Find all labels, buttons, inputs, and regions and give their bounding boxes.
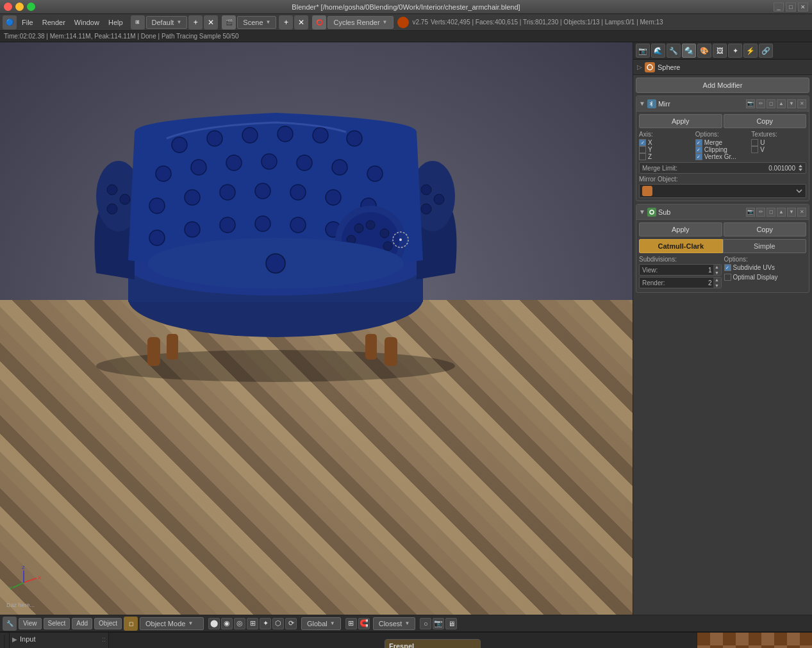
close-button[interactable] bbox=[4, 3, 12, 11]
plus-icon-layout[interactable]: + bbox=[188, 15, 203, 29]
vp-icon-3[interactable]: ◎ bbox=[234, 618, 245, 629]
v-checkbox[interactable] bbox=[751, 146, 758, 153]
constraint-prop-icon[interactable]: 🔗 bbox=[759, 44, 773, 58]
particle-prop-icon[interactable]: ✦ bbox=[728, 44, 742, 58]
render-stepper[interactable]: Render: 2 ▲ ▼ bbox=[639, 277, 722, 288]
minus-scene[interactable]: ✕ bbox=[294, 15, 308, 29]
svg-point-14 bbox=[434, 194, 444, 204]
render-arrows[interactable]: ▲ ▼ bbox=[713, 277, 721, 288]
simple-tab[interactable]: Simple bbox=[723, 239, 807, 253]
render-down[interactable]: ▼ bbox=[713, 283, 721, 288]
y-checkbox[interactable] bbox=[639, 146, 646, 153]
subdiv-render-btn[interactable]: 📷 bbox=[746, 208, 755, 217]
menu-render[interactable]: Render bbox=[38, 17, 69, 28]
subdiv-copy-button[interactable]: Copy bbox=[724, 222, 807, 237]
view-menu[interactable]: View bbox=[19, 618, 42, 629]
vp-icon-4[interactable]: ⊞ bbox=[247, 618, 258, 629]
cube-icon[interactable]: ◻ bbox=[124, 617, 138, 631]
object-prop-icon[interactable]: 🔧 bbox=[667, 44, 681, 58]
subdiv-collapse[interactable]: ▼ bbox=[639, 208, 645, 215]
minimize-button[interactable] bbox=[15, 3, 24, 11]
scene-prop-icon[interactable]: 📷 bbox=[636, 44, 650, 58]
add-modifier-button[interactable]: Add Modifier bbox=[636, 78, 809, 93]
select-menu[interactable]: Select bbox=[44, 618, 70, 629]
svg-point-11 bbox=[107, 204, 117, 214]
x-checkbox[interactable] bbox=[639, 139, 646, 146]
catmull-clark-tab[interactable]: Catmull-Clark bbox=[639, 239, 723, 253]
z-checkbox[interactable] bbox=[639, 153, 646, 160]
view-arrows[interactable]: ▲ ▼ bbox=[713, 264, 721, 276]
texture-prop-icon[interactable]: 🖼 bbox=[713, 44, 727, 58]
subdiv-edit-btn[interactable]: ✏ bbox=[756, 208, 765, 217]
material-prop-icon[interactable]: 🎨 bbox=[697, 44, 711, 58]
vp-icon-2[interactable]: ◉ bbox=[221, 618, 233, 629]
vp-icon-6[interactable]: ⬡ bbox=[272, 618, 284, 629]
win-btn-3[interactable]: ✕ bbox=[798, 3, 808, 12]
vp-camera-icon[interactable]: 📷 bbox=[433, 618, 444, 629]
mirror-apply-button[interactable]: Apply bbox=[639, 114, 722, 128]
add-menu[interactable]: Add bbox=[72, 618, 92, 629]
node-item-texture-coord[interactable]: Texture Coordinate bbox=[12, 645, 106, 648]
view-down[interactable]: ▼ bbox=[713, 270, 721, 276]
vp-snap-icon[interactable]: 🧲 bbox=[358, 618, 370, 629]
scene-icon[interactable]: 🎬 bbox=[222, 15, 236, 29]
vp-prop-icon[interactable]: ○ bbox=[420, 618, 431, 629]
menu-window[interactable]: Window bbox=[70, 17, 103, 28]
modifier-prop-icon[interactable]: 🔩 bbox=[682, 44, 696, 58]
merge-checkbox[interactable] bbox=[695, 139, 702, 146]
object-menu[interactable]: Object bbox=[94, 618, 122, 629]
win-btn-2[interactable]: □ bbox=[786, 3, 796, 12]
maximize-button[interactable] bbox=[27, 3, 35, 11]
plus-scene[interactable]: + bbox=[279, 15, 293, 29]
physics-prop-icon[interactable]: ⚡ bbox=[743, 44, 758, 58]
subdiv-up-btn[interactable]: ▲ bbox=[777, 208, 786, 217]
render-prop-icon[interactable]: 🌊 bbox=[651, 44, 665, 58]
scene-dropdown[interactable]: Scene ▼ bbox=[237, 16, 276, 29]
mirror-up-btn[interactable]: ▲ bbox=[777, 99, 786, 108]
render-up[interactable]: ▲ bbox=[713, 277, 721, 283]
vertex-gr-checkbox[interactable] bbox=[695, 153, 702, 160]
global-dropdown[interactable]: Global ▼ bbox=[301, 617, 341, 630]
vp-icon-5[interactable]: ✦ bbox=[260, 618, 271, 629]
mirror-down-btn[interactable]: ▼ bbox=[787, 99, 796, 108]
menu-help[interactable]: Help bbox=[104, 17, 127, 28]
object-mode-dropdown[interactable]: Object Mode ▼ bbox=[140, 617, 204, 630]
subdiv-apply-button[interactable]: Apply bbox=[639, 222, 722, 237]
mirror-delete-btn[interactable]: ✕ bbox=[797, 99, 806, 108]
layout-dropdown[interactable]: Default ▼ bbox=[146, 16, 188, 29]
subdiv-toggle[interactable] bbox=[647, 208, 656, 217]
snap-dropdown[interactable]: Closest ▼ bbox=[373, 617, 416, 630]
y-label: Y bbox=[648, 146, 652, 153]
blender-logo[interactable]: 🔵 bbox=[3, 15, 17, 29]
3d-viewport[interactable]: X Y Z Daz here... bbox=[0, 42, 633, 615]
render-engine-dropdown[interactable]: Cycles Render ▼ bbox=[327, 16, 393, 29]
clipping-checkbox[interactable] bbox=[695, 146, 702, 153]
subdiv-cage-btn[interactable]: ◻ bbox=[766, 208, 775, 217]
vp-mode-icon[interactable]: 🔧 bbox=[3, 617, 17, 631]
menu-file[interactable]: File bbox=[18, 17, 37, 28]
render-icon[interactable]: ⭕ bbox=[312, 15, 326, 29]
minus-icon-layout[interactable]: ✕ bbox=[204, 15, 218, 29]
subdivide-uvs-checkbox[interactable] bbox=[724, 264, 731, 271]
right-panel-scroll[interactable]: Add Modifier ▼ Mirr 📷 ✏ ◻ ▲ ▼ bbox=[633, 75, 812, 615]
optimal-display-checkbox[interactable] bbox=[724, 274, 731, 281]
mirror-btn-row: Apply Copy bbox=[639, 114, 806, 128]
view-stepper[interactable]: View: 1 ▲ ▼ bbox=[639, 264, 722, 276]
v-label: V bbox=[760, 146, 765, 153]
vp-render-icon2[interactable]: 🖥 bbox=[445, 618, 457, 629]
win-btn-1[interactable]: _ bbox=[774, 3, 784, 12]
subdiv-down-btn[interactable]: ▼ bbox=[787, 208, 796, 217]
u-checkbox[interactable] bbox=[751, 139, 758, 146]
mirror-collapse[interactable]: ▼ bbox=[639, 100, 645, 107]
view-up[interactable]: ▲ bbox=[713, 264, 721, 270]
mirror-copy-button[interactable]: Copy bbox=[724, 114, 807, 128]
mirror-cage-btn[interactable]: ◻ bbox=[766, 99, 775, 108]
subdiv-delete-btn[interactable]: ✕ bbox=[797, 208, 806, 217]
vp-grid-icon[interactable]: ⊞ bbox=[345, 618, 357, 629]
vp-icon-1[interactable]: ⬤ bbox=[208, 618, 220, 629]
vp-icon-7[interactable]: ⟳ bbox=[285, 618, 297, 629]
screen-layout-icon[interactable]: ⊞ bbox=[131, 15, 145, 29]
mirror-edit-btn[interactable]: ✏ bbox=[756, 99, 765, 108]
mirror-render-btn[interactable]: 📷 bbox=[746, 99, 755, 108]
fresnel-node[interactable]: Fresnel IOR: 2.000 Normal Fac bbox=[385, 639, 481, 648]
